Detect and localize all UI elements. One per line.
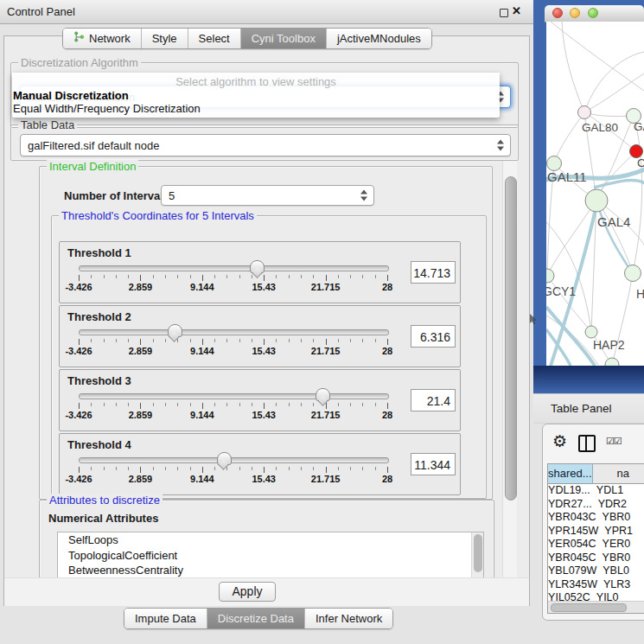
table-data-combobox[interactable]: galFiltered.sif default node — [20, 134, 511, 156]
table-row[interactable]: YBR043CYBR0 — [548, 511, 644, 525]
slider-scale-labels: -3.4262.8599.14415.4321.71528 — [79, 474, 387, 484]
attribute-item[interactable]: SelfLoops — [58, 532, 483, 548]
table-row[interactable]: YDR27...YDR2 — [548, 498, 644, 512]
node-bottom[interactable] — [605, 358, 619, 366]
scrollbar-thumb[interactable] — [474, 534, 482, 572]
cell-name[interactable]: YER0 — [597, 538, 644, 552]
group-title: Interval Definition — [47, 160, 138, 173]
cell-name[interactable]: YLR3 — [598, 578, 644, 592]
threshold-value-field[interactable]: 11.344 — [411, 453, 456, 475]
node-attribute-table[interactable]: shared... na YDL19...YDL1YDR27...YDR2YBR… — [547, 463, 644, 614]
tab-jactivemnodules[interactable]: jActiveMNodules — [326, 29, 431, 48]
cell-shared-name[interactable]: YDR27... — [548, 498, 593, 512]
cell-name[interactable]: YPR1 — [599, 525, 644, 539]
cell-shared-name[interactable]: YPR145W — [548, 525, 599, 539]
node-gal80[interactable] — [578, 106, 591, 119]
network-window-titlebar[interactable] — [545, 5, 644, 22]
threshold-1-slider[interactable]: -3.4262.8599.14415.4321.71528 — [79, 263, 387, 294]
table-panel-header[interactable]: Table Panel — [533, 393, 644, 424]
cell-name[interactable]: YBR0 — [597, 552, 644, 565]
node-label: GAL11 — [547, 169, 587, 184]
node-gal4[interactable] — [585, 189, 608, 212]
node-gcy1[interactable] — [546, 269, 554, 283]
scale-tick-label: 28 — [382, 410, 392, 420]
node-gal11[interactable] — [547, 156, 562, 171]
gear-icon[interactable]: ⚙ — [552, 433, 567, 450]
network-window-bottom-frame — [533, 366, 644, 393]
cell-name[interactable]: YDL1 — [591, 484, 644, 498]
node-h[interactable] — [625, 265, 641, 282]
list-scrollbar[interactable] — [471, 532, 483, 578]
tab-infer-network[interactable]: Infer Network — [304, 609, 392, 628]
threshold-value-field[interactable]: 14.713 — [411, 261, 456, 284]
cell-name[interactable]: YBL0 — [597, 564, 644, 578]
column-header-shared-name[interactable]: shared... — [548, 464, 593, 483]
slider-scale-labels: -3.4262.8599.14415.4321.71528 — [79, 282, 387, 292]
table-header-row: shared... na — [548, 464, 644, 484]
tab-impute-data[interactable]: Impute Data — [124, 609, 207, 628]
attribute-item[interactable]: BetweennessCentrality — [58, 563, 483, 578]
threshold-3-slider[interactable]: -3.4262.8599.14415.4321.71528 — [79, 391, 387, 422]
threshold-2-slider[interactable]: -3.4262.8599.14415.4321.71528 — [79, 327, 387, 358]
close-traffic-light-icon[interactable] — [552, 8, 563, 18]
number-of-intervals-combobox[interactable]: 5 — [161, 185, 374, 206]
cell-name[interactable]: YDR2 — [593, 498, 644, 512]
numerical-attributes-list[interactable]: SelfLoopsTopologicalCoefficientBetweenne… — [57, 532, 484, 579]
tab-select[interactable]: Select — [188, 29, 240, 48]
network-canvas[interactable]: GAL80 GA C GAL11 GAL4 GCY1 H HAP2 — [546, 22, 644, 366]
node-label: GA — [634, 120, 644, 133]
slider-track[interactable] — [79, 265, 389, 271]
threshold-value-field[interactable]: 6.316 — [411, 325, 456, 348]
dropdown-option-manual[interactable]: Manual Discretization — [13, 89, 129, 102]
threshold-4-slider[interactable]: -3.4262.8599.14415.4321.71528 — [79, 455, 387, 486]
tab-infer-network-label: Infer Network — [316, 609, 382, 628]
slider-track[interactable] — [79, 393, 389, 399]
scrollbar-thumb[interactable] — [505, 176, 517, 501]
column-header-name[interactable]: na — [593, 464, 644, 483]
cell-shared-name[interactable]: YLR345W — [548, 578, 598, 592]
float-window-icon[interactable] — [500, 9, 508, 17]
minimize-traffic-light-icon[interactable] — [570, 8, 580, 18]
cell-shared-name[interactable]: YDL19... — [548, 484, 591, 498]
apply-button[interactable]: Apply — [219, 582, 276, 602]
columns-icon[interactable] — [578, 435, 596, 452]
slider-thumb[interactable] — [316, 388, 330, 401]
tab-network[interactable]: Network — [63, 29, 141, 48]
table-horizontal-scrollbar[interactable] — [548, 601, 644, 613]
main-vertical-scrollbar[interactable] — [502, 161, 517, 603]
scale-tick-label: 21.715 — [311, 474, 341, 484]
tab-cyni-toolbox[interactable]: Cyni Toolbox — [240, 29, 326, 48]
cell-shared-name[interactable]: YBL079W — [548, 564, 597, 578]
tab-discretize-data[interactable]: Discretize Data — [207, 609, 304, 628]
close-icon[interactable]: ✕ — [512, 4, 521, 17]
dropdown-option-equal-width[interactable]: Equal Width/Frequency Discretization — [13, 102, 201, 115]
table-row[interactable]: YBR045CYBR0 — [548, 552, 644, 565]
tab-style[interactable]: Style — [141, 29, 188, 48]
node-hap2[interactable] — [585, 326, 597, 338]
cell-shared-name[interactable]: YBR043C — [548, 511, 597, 525]
network-view-window[interactable]: GAL80 GA C GAL11 GAL4 GCY1 H HAP2 — [533, 0, 644, 393]
select-all-checkboxes-icon[interactable]: ☑☑ — [606, 436, 622, 447]
scale-tick-label: 9.144 — [190, 282, 214, 292]
scale-tick-label: 21.715 — [311, 282, 341, 292]
table-row[interactable]: YBL079WYBL0 — [548, 564, 644, 578]
control-panel-titlebar[interactable]: Control Panel ✕ — [0, 0, 533, 24]
slider-scale-labels: -3.4262.8599.14415.4321.71528 — [79, 346, 387, 356]
attribute-item[interactable]: TopologicalCoefficient — [58, 548, 483, 564]
table-row[interactable]: YPR145WYPR1 — [548, 525, 644, 539]
table-row[interactable]: YLR345WYLR3 — [548, 578, 644, 592]
threshold-2-panel: Threshold 2 -3.4262.8599.14415.4321.7152… — [59, 305, 461, 367]
zoom-traffic-light-icon[interactable] — [588, 8, 598, 18]
cell-shared-name[interactable]: YBR045C — [548, 552, 597, 565]
slider-track[interactable] — [79, 329, 389, 335]
slider-thumb[interactable] — [168, 324, 182, 337]
slider-thumb[interactable] — [217, 452, 232, 465]
slider-track[interactable] — [79, 457, 389, 463]
threshold-value-field[interactable]: 21.4 — [411, 389, 456, 411]
table-row[interactable]: YDL19...YDL1 — [548, 484, 644, 498]
cell-name[interactable]: YBR0 — [597, 511, 644, 525]
scrollbar-thumb[interactable] — [551, 603, 627, 612]
slider-thumb[interactable] — [250, 260, 265, 273]
table-row[interactable]: YER054CYER0 — [548, 538, 644, 552]
cell-shared-name[interactable]: YER054C — [548, 538, 597, 552]
